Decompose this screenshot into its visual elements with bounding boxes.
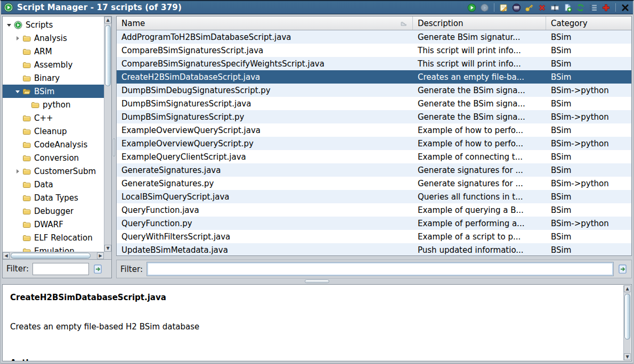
horizontal-splitter-handle[interactable] (305, 279, 329, 283)
tree-item-data[interactable]: Data (3, 178, 104, 191)
table-row-dumpbsimsignaturesscript-py[interactable]: DumpBSimSignaturesScript.pyGenerate the … (117, 110, 631, 123)
rename-script-button[interactable] (549, 2, 560, 13)
tree-vertical-scrollbar[interactable]: ▲ ▼ (104, 16, 111, 252)
tree-item-codeanalysis[interactable]: CodeAnalysis (3, 138, 104, 151)
cell-category: BSim (546, 192, 631, 202)
tree-item-c[interactable]: C++ (3, 111, 104, 125)
table-row-generatesignatures-py[interactable]: GenerateSignatures.pyGenerate signatures… (117, 177, 631, 190)
tree-filter-options-icon[interactable] (93, 264, 103, 274)
folder-icon (22, 234, 31, 242)
table-filter-input[interactable] (147, 262, 614, 276)
cell-category: BSim (546, 99, 631, 109)
refresh-scripts-button[interactable] (575, 2, 586, 13)
edit-script-button[interactable] (498, 2, 509, 13)
scroll-down-button[interactable]: ▼ (624, 353, 631, 360)
column-header-description[interactable]: Description (413, 16, 546, 30)
tree-item-analysis[interactable]: Analysis (3, 31, 104, 45)
run-last-script-button[interactable] (479, 2, 490, 13)
run-script-button[interactable] (466, 2, 477, 13)
tree-item-data-types[interactable]: Data Types (3, 191, 104, 204)
cell-category: BSim->python (546, 139, 631, 148)
delete-script-button[interactable] (537, 2, 548, 13)
vertical-splitter-handle[interactable] (113, 138, 115, 156)
table-row-comparebsimsignaturesscript-java[interactable]: CompareBSimSignaturesScript.javaThis scr… (117, 44, 631, 57)
edit-in-eclipse-button[interactable] (511, 2, 522, 13)
column-header-description-label: Description (418, 19, 463, 28)
expander-spacer (14, 194, 22, 202)
table-row-createh2bsimdatabasescript-java[interactable]: CreateH2BSimDatabaseScript.javaCreates a… (117, 70, 631, 84)
cell-category: BSim->python (546, 179, 631, 188)
expand-arrow-icon[interactable] (14, 35, 22, 42)
table-filter-options-icon[interactable] (617, 264, 628, 274)
table-row-queryfunction-java[interactable]: QueryFunction.javaExample of querying a … (117, 203, 631, 217)
table-row-generatesignatures-java[interactable]: GenerateSignatures.javaGenerate signatur… (117, 163, 631, 177)
tree-item-label: Data (34, 180, 53, 189)
table-row-dumpbsimsignaturesscript-java[interactable]: DumpBSimSignaturesScript.javaGenerate th… (117, 97, 631, 110)
column-header-name[interactable]: Name (117, 16, 413, 30)
tree-horizontal-scrollbar[interactable]: ◀ ▶ (3, 252, 104, 259)
table-row-examplequeryclientscript-java[interactable]: ExampleQueryClientScript.javaExample of … (117, 150, 631, 163)
cell-name: UpdateBSimMetadata.java (117, 245, 413, 255)
scroll-up-button[interactable]: ▲ (624, 285, 631, 292)
tree-item-scripts[interactable]: Scripts (3, 18, 104, 31)
folder-icon (22, 74, 31, 82)
tree-item-python[interactable]: python (3, 98, 104, 111)
table-row-querywithfiltersscript-java[interactable]: QueryWithFiltersScript.javaExample of a … (117, 230, 631, 243)
tree-item-label: Assembly (34, 60, 72, 70)
description-vscroll-thumb[interactable] (624, 294, 630, 340)
expander-spacer (14, 181, 22, 188)
scroll-up-button[interactable]: ▲ (104, 16, 111, 23)
cell-description: Queries all functions in t... (413, 192, 546, 202)
scroll-down-button[interactable]: ▼ (104, 245, 111, 252)
cell-description: Example of a script to p... (413, 232, 546, 242)
new-script-button[interactable] (562, 2, 573, 13)
tree-item-cleanup[interactable]: Cleanup (3, 125, 104, 138)
tree-item-label: Cleanup (34, 127, 67, 136)
table-row-comparebsimsignaturesspecifyweightsscript-java[interactable]: CompareBSimSignaturesSpecifyWeightsScrip… (117, 57, 631, 70)
description-vertical-scrollbar[interactable]: ▲ ▼ (623, 285, 631, 360)
scroll-left-button[interactable]: ◀ (3, 252, 10, 259)
table-row-updatebsimmetadata-java[interactable]: UpdateBSimMetadata.javaPush updated info… (117, 243, 631, 255)
cell-description: Generate the BSim signa... (413, 99, 546, 109)
tree-item-arm[interactable]: ARM (3, 45, 104, 58)
folder-icon (22, 140, 31, 149)
folder-icon (22, 207, 31, 216)
tree-filter-input[interactable] (32, 263, 89, 275)
column-header-category[interactable]: Category (546, 16, 631, 30)
panel-gap (116, 256, 632, 260)
horizontal-splitter[interactable] (1, 278, 633, 284)
tree-item-elf-relocation[interactable]: ELF Relocation (3, 231, 104, 244)
title-bar: Script Manager - 17 scripts (of 379) (1, 1, 633, 14)
help-button[interactable] (600, 2, 612, 13)
tree-item-assembly[interactable]: Assembly (3, 58, 104, 71)
close-window-button[interactable] (620, 2, 631, 13)
collapse-arrow-icon[interactable] (6, 21, 13, 29)
tree-item-binary[interactable]: Binary (3, 71, 104, 85)
expander-spacer (14, 48, 22, 55)
tree-item-dwarf[interactable]: DWARF (3, 218, 104, 231)
vertical-splitter[interactable] (112, 16, 116, 278)
table-row-localbsimqueryscript-java[interactable]: LocalBSimQueryScript.javaQueries all fun… (117, 190, 631, 203)
tree-vscroll-thumb[interactable] (105, 25, 111, 86)
scroll-right-button[interactable]: ▶ (97, 252, 104, 259)
expand-arrow-icon[interactable] (14, 168, 22, 175)
table-row-exampleoverviewqueryscript-java[interactable]: ExampleOverviewQueryScript.javaExample o… (117, 123, 631, 137)
tree-item-bsim[interactable]: BSim (3, 85, 104, 98)
tree-item-conversion[interactable]: Conversion (3, 151, 104, 164)
cell-name: CompareBSimSignaturesScript.java (117, 46, 413, 55)
table-header: Name Description Category (117, 16, 631, 30)
key-binding-button[interactable] (524, 2, 535, 13)
tree-item-debugger[interactable]: Debugger (3, 204, 104, 218)
script-directories-button[interactable] (588, 2, 599, 13)
collapse-arrow-icon[interactable] (14, 88, 22, 95)
tree-item-emulation[interactable]: Emulation (3, 244, 104, 252)
table-row-addprogramtoh2bsimdatabasescript-java[interactable]: AddProgramToH2BSimDatabaseScript.javaGen… (117, 30, 631, 44)
table-row-queryfunction-py[interactable]: QueryFunction.pyExample of performing a.… (117, 217, 631, 230)
folder-icon (22, 154, 31, 162)
cell-name: QueryWithFiltersScript.java (117, 232, 413, 242)
table-row-dumpbsimdebugsignaturesscript-py[interactable]: DumpBSimDebugSignaturesScript.pyGenerate… (117, 84, 631, 97)
tree-item-customersubm[interactable]: CustomerSubm (3, 164, 104, 178)
window-title: Script Manager - 17 scripts (of 379) (17, 3, 182, 12)
tree-hscroll-thumb[interactable] (11, 253, 91, 259)
table-row-exampleoverviewqueryscript-py[interactable]: ExampleOverviewQueryScript.pyExample of … (117, 137, 631, 150)
